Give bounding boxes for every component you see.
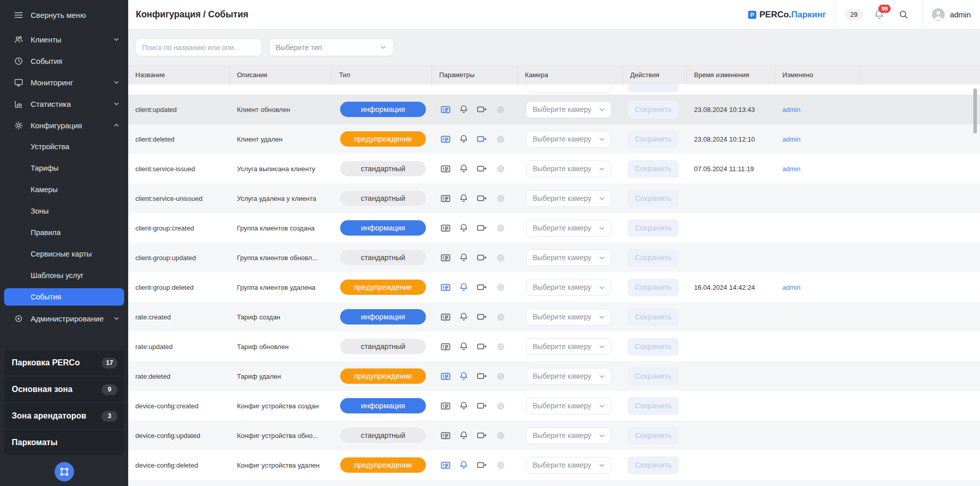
- card-icon[interactable]: [440, 223, 451, 234]
- chip-icon[interactable]: [495, 401, 506, 411]
- card-icon[interactable]: [440, 371, 451, 382]
- bell-icon[interactable]: [459, 223, 469, 233]
- save-button[interactable]: Сохранить: [628, 130, 679, 148]
- bell-icon[interactable]: [459, 312, 469, 322]
- chip-icon[interactable]: [495, 193, 506, 204]
- notifications-bell-icon[interactable]: 99: [873, 9, 885, 20]
- camera-select[interactable]: Выберите камеру: [526, 190, 611, 207]
- chip-icon[interactable]: [495, 341, 506, 352]
- chip-icon[interactable]: [495, 164, 506, 174]
- save-button[interactable]: Сохранить: [628, 338, 679, 356]
- camera-select[interactable]: Выберите камеру: [526, 398, 611, 414]
- bell-icon[interactable]: [459, 252, 469, 263]
- zone-card-main-zone[interactable]: Основная зона 9: [4, 377, 125, 402]
- chip-icon[interactable]: [495, 104, 506, 115]
- sidebar-item-monitoring[interactable]: Мониторинг: [0, 72, 128, 93]
- save-button[interactable]: Сохранить: [628, 249, 679, 267]
- card-icon[interactable]: [440, 401, 451, 411]
- card-icon[interactable]: [440, 104, 451, 115]
- zone-card-parking-machines[interactable]: Паркоматы: [4, 430, 125, 455]
- save-button[interactable]: Сохранить: [628, 101, 679, 119]
- sidebar-subitem-cameras[interactable]: Камеры: [0, 179, 128, 200]
- modified-by[interactable]: admin: [775, 284, 861, 291]
- chip-icon[interactable]: [495, 430, 506, 441]
- sidebar-subitem-rates[interactable]: Тарифы: [0, 157, 128, 179]
- save-button[interactable]: Сохранить: [628, 160, 679, 178]
- video-camera-icon[interactable]: [476, 341, 488, 352]
- sidebar-item-administration[interactable]: Администрирование: [0, 308, 128, 329]
- collapse-menu-button[interactable]: Свернуть меню: [0, 4, 128, 26]
- camera-select[interactable]: Выберите камеру: [526, 368, 611, 385]
- modified-by[interactable]: admin: [775, 106, 861, 113]
- bell-icon[interactable]: [459, 282, 469, 292]
- camera-select[interactable]: [526, 84, 611, 92]
- avatar[interactable]: [932, 8, 945, 21]
- card-icon[interactable]: [440, 282, 451, 293]
- camera-select[interactable]: Выберите камеру: [526, 220, 611, 237]
- bell-icon[interactable]: [459, 134, 469, 144]
- card-icon[interactable]: [440, 252, 451, 263]
- camera-select[interactable]: Выберите камеру: [526, 427, 611, 444]
- camera-select[interactable]: Выберите камеру: [526, 279, 611, 296]
- camera-select[interactable]: Выберите камеру: [526, 309, 611, 326]
- card-icon[interactable]: [440, 460, 451, 471]
- video-camera-icon[interactable]: [476, 222, 488, 234]
- chip-icon[interactable]: [495, 223, 506, 234]
- sidebar-item-clients[interactable]: Клиенты: [0, 29, 128, 50]
- video-camera-icon[interactable]: [476, 400, 488, 411]
- bell-icon[interactable]: [459, 104, 469, 114]
- video-camera-icon[interactable]: [476, 104, 488, 115]
- video-camera-icon[interactable]: [476, 133, 488, 145]
- save-button[interactable]: Сохранить: [628, 190, 679, 207]
- zone-card-tenants-zone[interactable]: Зона арендаторов 3: [4, 403, 125, 429]
- card-icon[interactable]: [440, 134, 451, 145]
- save-button[interactable]: Сохранить: [628, 308, 679, 326]
- camera-select[interactable]: Выберите камеру: [526, 249, 611, 266]
- card-icon[interactable]: [440, 164, 451, 174]
- save-button[interactable]: [628, 84, 679, 92]
- video-camera-icon[interactable]: [476, 163, 488, 174]
- bell-icon[interactable]: [459, 371, 469, 381]
- card-icon[interactable]: [440, 193, 451, 204]
- save-button[interactable]: Сохранить: [628, 219, 679, 237]
- bell-icon[interactable]: [459, 164, 469, 174]
- sidebar-subitem-rules[interactable]: Правила: [0, 222, 128, 243]
- sidebar-item-statistics[interactable]: Статистика: [0, 93, 128, 114]
- sidebar-item-events[interactable]: События: [0, 50, 128, 72]
- sidebar-item-configuration[interactable]: Конфигурация: [0, 114, 128, 136]
- camera-select[interactable]: Выберите камеру: [526, 101, 611, 118]
- search-icon[interactable]: [898, 9, 909, 20]
- video-camera-icon[interactable]: [476, 282, 488, 293]
- modified-by-link[interactable]: admin: [782, 135, 800, 143]
- sidebar-subitem-service-cards[interactable]: Сервисные карты: [0, 243, 128, 265]
- video-camera-icon[interactable]: [476, 252, 488, 263]
- video-camera-icon[interactable]: [476, 193, 488, 204]
- type-select[interactable]: Выберите тип: [269, 38, 394, 56]
- camera-select[interactable]: Выберите камеру: [526, 131, 611, 148]
- save-button[interactable]: Сохранить: [628, 397, 679, 415]
- camera-select[interactable]: Выберите камеру: [526, 338, 611, 355]
- sidebar-subitem-service-templates[interactable]: Шаблоны услуг: [0, 265, 128, 286]
- chip-icon[interactable]: [495, 371, 506, 382]
- zone-card-parking-perco[interactable]: Парковка PERCo 17: [4, 350, 125, 376]
- zone-frame-button[interactable]: [55, 462, 74, 481]
- video-camera-icon[interactable]: [476, 430, 488, 441]
- chip-icon[interactable]: [495, 252, 506, 263]
- camera-select[interactable]: Выберите камеру: [526, 160, 611, 177]
- video-camera-icon[interactable]: [476, 459, 488, 471]
- bell-icon[interactable]: [459, 430, 469, 441]
- vertical-scrollbar[interactable]: [973, 88, 977, 133]
- sidebar-subitem-zones[interactable]: Зоны: [0, 200, 128, 222]
- bell-icon[interactable]: [459, 193, 469, 203]
- bell-icon[interactable]: [459, 401, 469, 411]
- modified-by[interactable]: admin: [775, 165, 861, 173]
- modified-by-link[interactable]: admin: [782, 284, 800, 291]
- search-input[interactable]: [135, 38, 262, 56]
- chip-icon[interactable]: [495, 134, 506, 145]
- modified-by[interactable]: admin: [775, 135, 861, 143]
- card-icon[interactable]: [440, 341, 451, 352]
- card-icon[interactable]: [440, 430, 451, 441]
- modified-by-link[interactable]: admin: [782, 106, 800, 113]
- video-camera-icon[interactable]: [476, 311, 488, 322]
- save-button[interactable]: Сохранить: [628, 367, 679, 385]
